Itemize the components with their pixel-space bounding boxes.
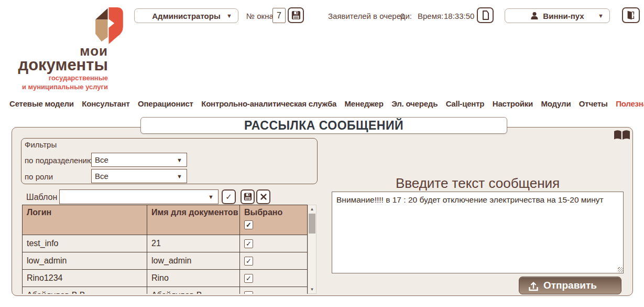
row-checkbox[interactable]: ✓ bbox=[244, 239, 253, 248]
nav-item-operacionist[interactable]: Операционист bbox=[138, 99, 193, 108]
table-row: Rino1234 Rino ✓ bbox=[23, 270, 308, 287]
page-title: РАССЫЛКА СООБЩЕНИЙ bbox=[244, 119, 403, 133]
filter-role-value: Все bbox=[95, 172, 108, 181]
cell-login: low_admin bbox=[23, 252, 147, 270]
chevron-down-icon: ▼ bbox=[598, 13, 604, 19]
cell-doc-name: Абайдулов В bbox=[147, 287, 240, 294]
check-icon: ✓ bbox=[225, 192, 232, 202]
floppy-disk-icon bbox=[291, 10, 301, 20]
send-button[interactable]: Отправить bbox=[519, 277, 621, 294]
filter-division-value: Все bbox=[95, 155, 108, 164]
filter-role-select[interactable]: Все ▼ bbox=[91, 169, 187, 183]
queue-count: 0 bbox=[400, 12, 405, 20]
time-value: 18:33:50 bbox=[444, 12, 474, 20]
role-dropdown[interactable]: Администраторы ▼ bbox=[134, 8, 238, 23]
chevron-down-icon: ▼ bbox=[226, 13, 232, 19]
cell-login: Rino1234 bbox=[23, 270, 147, 287]
floppy-disk-icon bbox=[244, 193, 252, 201]
queue-label: Заявителей в очереди: bbox=[328, 12, 412, 20]
table-row-partial: Абайдулов В.В. Абайдулов В bbox=[23, 287, 308, 294]
table-row: low_admin low_admin ✓ bbox=[23, 252, 308, 270]
table-scrollbar[interactable]: ▲ ▼ bbox=[308, 205, 316, 294]
filter-division-label: по подразделению bbox=[25, 156, 93, 165]
delete-template-button[interactable] bbox=[256, 189, 270, 204]
nav-item-menedzher[interactable]: Менеджер bbox=[345, 99, 384, 108]
logo-title-bottom: документы bbox=[15, 57, 108, 73]
time-label: Время: bbox=[418, 12, 443, 20]
column-header-selected: Выбрано ✓ bbox=[240, 205, 308, 235]
textarea-resize-handle[interactable] bbox=[618, 267, 623, 272]
nav-item-kontrolno-analiticheskaya[interactable]: Контрольно-аналитическая служба bbox=[201, 99, 336, 108]
exit-door-icon bbox=[626, 10, 636, 20]
window-number-label: № окна: bbox=[246, 12, 276, 20]
main-nav: Сетевые модели Консультант Операционист … bbox=[9, 99, 641, 109]
chevron-down-icon: ▼ bbox=[177, 157, 182, 163]
cell-login: test_info bbox=[23, 235, 147, 252]
filter-role-label: по роли bbox=[25, 172, 53, 181]
template-select[interactable]: ▼ bbox=[59, 189, 219, 204]
help-book-button[interactable] bbox=[612, 129, 632, 142]
select-all-checkbox[interactable]: ✓ bbox=[244, 220, 253, 229]
save-window-number-button[interactable] bbox=[288, 7, 304, 23]
cell-doc-name: low_admin bbox=[147, 252, 240, 270]
logo-subtitle-line2: и муниципальные услуги bbox=[15, 83, 108, 91]
filters-title: Фильтры bbox=[25, 140, 57, 149]
logo-subtitle-line1: государственные bbox=[15, 75, 108, 82]
apply-template-button[interactable]: ✓ bbox=[222, 189, 236, 204]
brand-logo-text: мои документы государственные и муниципа… bbox=[15, 44, 108, 91]
nav-item-setevye-modeli[interactable]: Сетевые модели bbox=[9, 99, 74, 108]
nav-item-nastroyki[interactable]: Настройки bbox=[493, 99, 533, 108]
message-heading: Введите текст сообщения bbox=[332, 175, 624, 192]
logout-button[interactable] bbox=[622, 7, 640, 23]
role-dropdown-value: Администраторы bbox=[152, 12, 220, 20]
save-template-button[interactable] bbox=[241, 189, 255, 204]
nav-item-call-centr[interactable]: Call-центр bbox=[446, 99, 485, 108]
cell-doc-name: Rino bbox=[147, 270, 240, 287]
column-header-login: Логин bbox=[23, 205, 147, 235]
close-icon bbox=[260, 193, 267, 200]
window-number-input[interactable] bbox=[272, 8, 286, 23]
open-book-icon bbox=[613, 129, 631, 142]
nav-item-el-ochered[interactable]: Эл. очередь bbox=[391, 99, 438, 108]
table-header-row: Логин Имя для документов Выбрано ✓ bbox=[23, 205, 308, 235]
recipients-table: Логин Имя для документов Выбрано ✓ test_… bbox=[22, 205, 308, 294]
nav-item-otchety[interactable]: Отчеты bbox=[579, 99, 608, 108]
chevron-down-icon: ▼ bbox=[177, 173, 182, 179]
nav-item-moduli[interactable]: Модули bbox=[541, 99, 571, 108]
user-icon bbox=[530, 12, 539, 20]
template-label: Шаблон bbox=[26, 193, 57, 202]
filter-division-select[interactable]: Все ▼ bbox=[91, 153, 187, 167]
nav-item-konsultant[interactable]: Консультант bbox=[82, 99, 129, 108]
page-icon bbox=[481, 10, 490, 20]
brand-logo-shield-icon bbox=[93, 5, 124, 46]
user-dropdown[interactable]: Винни-пух ▼ bbox=[505, 8, 610, 23]
row-checkbox[interactable] bbox=[244, 291, 253, 294]
message-textarea[interactable]: Внимание!!!! в 17 : 20 будет отключение … bbox=[332, 192, 624, 273]
upload-icon bbox=[528, 280, 539, 292]
page-title-box: РАССЫЛКА СООБЩЕНИЙ bbox=[140, 117, 507, 134]
column-header-selected-label: Выбрано bbox=[244, 208, 282, 217]
screen: мои документы государственные и муниципа… bbox=[0, 0, 644, 307]
copy-page-button[interactable] bbox=[477, 7, 494, 23]
cell-doc-name: 21 bbox=[147, 235, 240, 252]
row-checkbox[interactable]: ✓ bbox=[244, 257, 253, 266]
scroll-down-icon[interactable]: ▼ bbox=[308, 287, 316, 292]
cell-login: Абайдулов В.В. bbox=[23, 287, 147, 294]
nav-item-poleznaya-informaciya[interactable]: Полезная информация bbox=[616, 99, 644, 108]
column-header-doc-name: Имя для документов bbox=[147, 205, 240, 235]
row-checkbox[interactable]: ✓ bbox=[244, 274, 253, 283]
table-row: test_info 21 ✓ bbox=[23, 235, 308, 252]
user-name: Винни-пух bbox=[543, 12, 584, 20]
scrollbar-thumb[interactable] bbox=[309, 214, 315, 234]
chevron-down-icon: ▼ bbox=[208, 194, 214, 200]
send-button-label: Отправить bbox=[543, 280, 597, 291]
scroll-up-icon[interactable]: ▲ bbox=[308, 207, 316, 211]
